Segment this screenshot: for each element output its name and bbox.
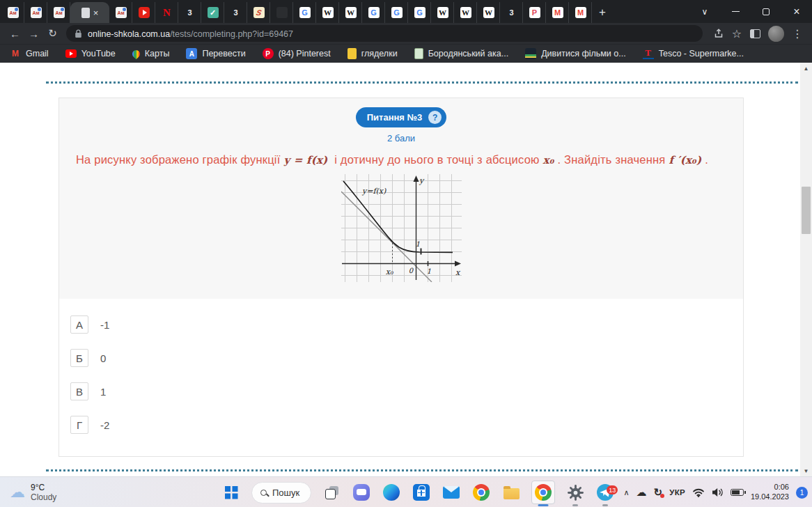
browser-tab[interactable]	[431, 2, 454, 23]
browser-tab[interactable]: 3	[500, 2, 523, 23]
bookmark-item[interactable]: YouTube	[65, 49, 116, 58]
scrollbar-down-icon[interactable]: ▼	[800, 465, 812, 476]
file-explorer-button[interactable]	[501, 477, 521, 507]
browser-tab[interactable]	[1, 2, 24, 23]
answer-letter-box[interactable]: В	[70, 382, 88, 400]
edge-button[interactable]	[382, 477, 401, 507]
question-number-label: Питання №3	[367, 112, 423, 123]
settings-button[interactable]	[565, 477, 585, 507]
bookmarks-bar: GmailYouTubeКартыПеревести(84) Pinterest…	[0, 44, 812, 63]
wiki-favicon	[460, 7, 471, 18]
browser-tab[interactable]	[132, 2, 155, 23]
bookmark-item[interactable]: Gmail	[10, 48, 49, 59]
task-view-button[interactable]	[322, 477, 341, 507]
browser-tab-active[interactable]: ×	[70, 2, 109, 23]
side-panel-icon	[750, 29, 760, 38]
scrollbar-up-icon[interactable]: ▲	[800, 63, 812, 74]
side-panel-button[interactable]	[746, 24, 764, 42]
answer-letter-box[interactable]: А	[70, 315, 88, 334]
forward-button[interactable]: →	[24, 24, 43, 43]
chrome-button[interactable]	[471, 477, 491, 507]
start-button[interactable]	[221, 477, 241, 507]
bookmark-item[interactable]: Дивитися фільми о...	[525, 48, 626, 59]
window-menu-icon[interactable]: ∨	[689, 0, 720, 23]
bookmark-item[interactable]: (84) Pinterest	[263, 48, 331, 59]
browser-tab[interactable]	[454, 2, 477, 23]
taskbar-search[interactable]: Пошук	[251, 482, 311, 504]
back-button[interactable]: ←	[6, 24, 24, 43]
address-bar[interactable]: online-shkola.com.ua/tests/completing.ph…	[66, 25, 703, 42]
volume-icon[interactable]	[712, 488, 724, 497]
question-text-run: і дотичну до нього в точці з абсцисою	[331, 153, 539, 166]
browser-tab[interactable]	[339, 2, 362, 23]
telegram-badge: 13	[607, 485, 618, 494]
answer-option[interactable]: Г-2	[70, 416, 743, 434]
browser-tab[interactable]	[47, 2, 70, 23]
browser-tab[interactable]	[362, 2, 385, 23]
count-favicon: 3	[506, 7, 517, 18]
bookmark-item[interactable]: Tesco - Supermarke...	[643, 49, 744, 59]
answer-letter-box[interactable]: Б	[70, 349, 88, 367]
reload-button[interactable]: ↻	[43, 24, 62, 43]
browser-tab[interactable]	[546, 2, 569, 23]
bookmark-item[interactable]: Перевести	[186, 48, 245, 59]
browser-tab[interactable]: 3	[224, 2, 247, 23]
graph-curve-label: y=f(x)	[361, 187, 387, 196]
answer-option[interactable]: А-1	[70, 315, 743, 334]
taskbar-clock[interactable]: 0:06 19.04.2023	[751, 483, 789, 502]
page-scrollbar[interactable]: ▲ ▼	[800, 63, 812, 476]
bookmark-item[interactable]: Бородянський ака...	[414, 48, 509, 59]
wifi-icon[interactable]	[692, 488, 705, 497]
browser-tab[interactable]	[316, 2, 339, 23]
browser-tab[interactable]	[569, 2, 592, 23]
answer-option[interactable]: В1	[70, 382, 743, 400]
browser-tab[interactable]	[201, 2, 224, 23]
notification-badge[interactable]: 1	[796, 487, 808, 499]
minimize-button[interactable]	[720, 0, 751, 23]
browser-tab[interactable]	[523, 2, 546, 23]
tray-expand-icon[interactable]: ∧	[624, 488, 630, 497]
tab-strip-tabs: ×333	[0, 0, 592, 23]
answer-option[interactable]: Б0	[70, 349, 743, 367]
browser-tab[interactable]	[24, 2, 47, 23]
bookmark-item[interactable]: гляделки	[348, 48, 398, 59]
browser-tab[interactable]: 3	[178, 2, 201, 23]
browser-tab[interactable]	[408, 2, 431, 23]
question-help-icon[interactable]: ?	[428, 111, 442, 124]
browser-tab[interactable]	[155, 2, 178, 23]
chrome-active-button[interactable]	[531, 477, 555, 507]
sitepic-favicon	[8, 7, 19, 18]
browser-tab[interactable]	[477, 2, 500, 23]
answer-letter-box[interactable]: Г	[70, 416, 88, 434]
chat-button[interactable]	[352, 477, 371, 507]
maximize-button[interactable]	[751, 0, 781, 23]
profile-avatar[interactable]	[768, 26, 784, 42]
google-favicon	[414, 7, 425, 18]
browser-tab[interactable]	[247, 2, 270, 23]
telegram-button[interactable]: 13	[595, 477, 615, 507]
tab-strip: ×333 + ∨ ×	[0, 0, 812, 23]
tab-close-icon[interactable]: ×	[93, 8, 99, 17]
browser-tab[interactable]	[270, 2, 293, 23]
browser-tab[interactable]	[293, 2, 316, 23]
mail-button[interactable]	[442, 477, 461, 507]
onedrive-icon[interactable]: ☁	[637, 486, 647, 499]
new-tab-button[interactable]: +	[592, 2, 613, 23]
browser-tab[interactable]	[109, 2, 132, 23]
browser-menu-button[interactable]: ⋮	[788, 24, 806, 42]
browser-tab[interactable]	[385, 2, 408, 23]
battery-icon[interactable]	[731, 489, 744, 496]
question-text-run: .	[705, 153, 708, 166]
store-button[interactable]	[412, 477, 431, 507]
pinterest-bookmark-icon	[263, 48, 274, 59]
language-indicator[interactable]: УКР	[669, 488, 685, 497]
share-button[interactable]	[710, 24, 728, 42]
bookmark-item[interactable]: Карты	[132, 49, 170, 58]
bookmark-star-button[interactable]: ☆	[728, 24, 746, 42]
graph-x-tick-label: 1	[426, 267, 430, 275]
scrollbar-thumb[interactable]	[802, 187, 811, 234]
weather-widget[interactable]: ☁ 9°C Cloudy	[10, 483, 56, 502]
sync-icon[interactable]: ↻	[654, 486, 663, 499]
minimize-icon	[732, 11, 740, 13]
close-window-button[interactable]: ×	[781, 0, 812, 23]
